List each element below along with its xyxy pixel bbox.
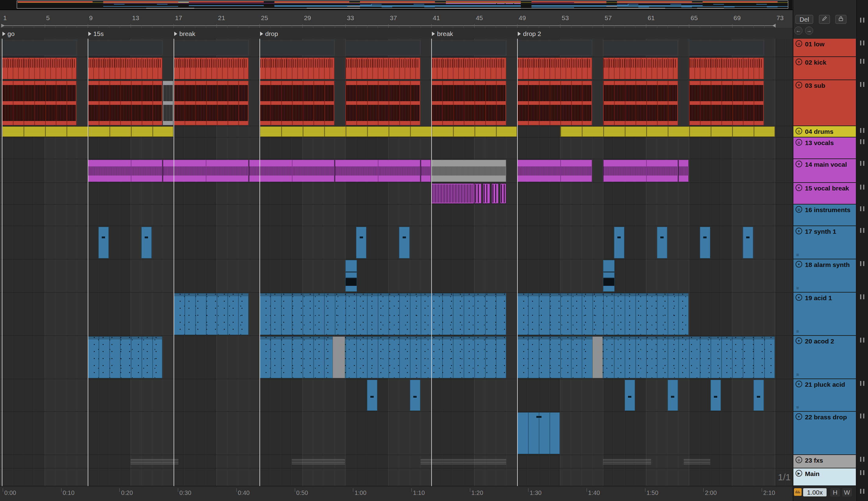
clip-mainvocal[interactable] <box>249 160 334 182</box>
lock-envelopes-button[interactable] <box>835 15 846 24</box>
clip-kick[interactable] <box>88 57 163 79</box>
track-header-low[interactable]: ≡01 low <box>793 39 856 57</box>
clip-synth1[interactable] <box>98 227 109 258</box>
clip-sub[interactable] <box>517 81 592 125</box>
play-icon[interactable]: ▶ <box>795 470 802 477</box>
clip-kick[interactable] <box>174 57 249 79</box>
locator-drop-2[interactable]: drop 2 <box>518 30 541 38</box>
lanes-toggle-icon[interactable]: ≡ <box>796 372 799 377</box>
clip-drums[interactable] <box>260 127 517 137</box>
clip-acid2[interactable] <box>593 337 603 378</box>
clip-pluck[interactable] <box>625 380 635 411</box>
clip-kick[interactable] <box>260 57 334 79</box>
track-fold-icon[interactable]: ▼ <box>795 82 802 88</box>
clip-acid2[interactable] <box>517 337 774 378</box>
track-scroll-handle[interactable] <box>860 161 864 166</box>
track-lane-fxs[interactable] <box>0 455 792 468</box>
clip-sub[interactable] <box>689 81 764 125</box>
scale-meter-icon[interactable] <box>794 488 802 496</box>
lanes-toggle-icon[interactable]: ≡ <box>796 405 799 410</box>
track-scroll-handle[interactable] <box>860 128 864 133</box>
clip-acid1[interactable] <box>174 293 249 335</box>
clip-fxs[interactable] <box>603 458 651 465</box>
scroll-handle[interactable] <box>860 18 864 23</box>
clip-mainvocal[interactable] <box>421 160 431 182</box>
clip-sub[interactable] <box>260 81 334 125</box>
track-scroll-handle[interactable] <box>860 228 864 233</box>
clip-acid2[interactable] <box>333 337 345 378</box>
arrangement-overview[interactable] <box>0 0 792 10</box>
track-scroll-handle[interactable] <box>860 59 864 64</box>
clip-fxs[interactable] <box>684 458 710 465</box>
track-lane-vocals[interactable] <box>0 137 792 159</box>
clip-pluck[interactable] <box>710 380 721 411</box>
clip-kick[interactable] <box>689 57 764 79</box>
clip-pluck[interactable] <box>668 380 678 411</box>
track-fold-icon[interactable]: ▼ <box>795 413 802 420</box>
clip-mainvocal[interactable] <box>88 160 163 182</box>
track-fold-icon[interactable]: ▼ <box>795 161 802 167</box>
group-fold-icon[interactable]: ≡ <box>795 128 802 135</box>
clip-sub[interactable] <box>431 81 506 125</box>
track-header-acid2[interactable]: ▼20 acod 2≡ <box>793 336 856 379</box>
delete-button[interactable]: Del <box>795 15 813 24</box>
track-scroll-strip[interactable] <box>856 0 868 501</box>
draw-mode-button[interactable] <box>819 15 830 24</box>
clip-alarm[interactable] <box>345 260 357 292</box>
clip-acid2[interactable] <box>260 337 506 378</box>
clip-sub[interactable] <box>163 81 173 125</box>
clip-mainvocal[interactable] <box>335 160 420 182</box>
track-header-main[interactable]: ▶Main <box>793 468 856 486</box>
track-scroll-handle[interactable] <box>860 82 864 87</box>
track-header-drums[interactable]: ≡04 drums <box>793 126 856 137</box>
clip-vocalbreak[interactable] <box>483 183 490 204</box>
track-header-synth1[interactable]: ▼17 synth 1≡ <box>793 226 856 259</box>
track-header-fxs[interactable]: ≡23 fxs <box>793 455 856 468</box>
track-fold-icon[interactable]: ▼ <box>795 261 802 268</box>
clip-low[interactable] <box>431 40 506 55</box>
zoom-height-button[interactable]: H <box>830 488 840 497</box>
clip-kick[interactable] <box>517 57 592 79</box>
arrangement-area[interactable] <box>0 39 792 486</box>
group-fold-icon[interactable]: ≡ <box>795 206 802 213</box>
clip-mainvocal[interactable] <box>517 160 592 182</box>
clip-synth1[interactable] <box>399 227 409 258</box>
clip-synth1[interactable] <box>356 227 366 258</box>
clip-sub[interactable] <box>345 81 420 125</box>
clip-kick[interactable] <box>2 57 77 79</box>
clip-synth1[interactable] <box>657 227 667 258</box>
locator-15s[interactable]: 15s <box>88 30 104 38</box>
clip-pluck[interactable] <box>367 380 377 411</box>
clip-sub[interactable] <box>2 81 77 125</box>
clip-synth1[interactable] <box>614 227 625 258</box>
clip-pluck[interactable] <box>753 380 764 411</box>
track-fold-icon[interactable]: ▼ <box>795 337 802 344</box>
clip-sub[interactable] <box>174 81 249 125</box>
clip-mainvocal[interactable] <box>431 160 506 182</box>
track-header-mainvocal[interactable]: ▼14 main vocal <box>793 159 856 183</box>
track-fold-icon[interactable]: ▼ <box>795 381 802 387</box>
track-header-vocals[interactable]: ≡13 vocals <box>793 137 856 159</box>
clip-synth1[interactable] <box>743 227 753 258</box>
track-header-sub[interactable]: ▼03 sub <box>793 80 856 126</box>
track-scroll-handle[interactable] <box>860 470 864 475</box>
beat-time-ruler[interactable]: 15913172125293337414549535761656973 <box>0 10 792 28</box>
clip-alarm[interactable] <box>603 260 615 292</box>
track-header-acid1[interactable]: ▼19 acid 1≡ <box>793 292 856 336</box>
clip-kick[interactable] <box>603 57 678 79</box>
track-header-pluck[interactable]: ▼21 pluck acid≡ <box>793 379 856 412</box>
clip-vocalbreak[interactable] <box>474 183 481 204</box>
track-lane-instruments[interactable] <box>0 204 792 226</box>
track-fold-icon[interactable]: ▼ <box>795 184 802 191</box>
track-scroll-handle[interactable] <box>860 381 864 386</box>
scroll-handle[interactable] <box>860 489 864 494</box>
clip-low[interactable] <box>345 40 420 55</box>
track-scroll-handle[interactable] <box>860 206 864 211</box>
clip-low[interactable] <box>88 40 163 55</box>
clip-fxs[interactable] <box>292 458 345 465</box>
track-scroll-handle[interactable] <box>860 139 864 144</box>
clip-mainvocal[interactable] <box>603 160 678 182</box>
track-header-alarm[interactable]: ▼18 alarm synth≡ <box>793 259 856 292</box>
track-scroll-handle[interactable] <box>860 261 864 266</box>
clip-sub[interactable] <box>603 81 678 125</box>
